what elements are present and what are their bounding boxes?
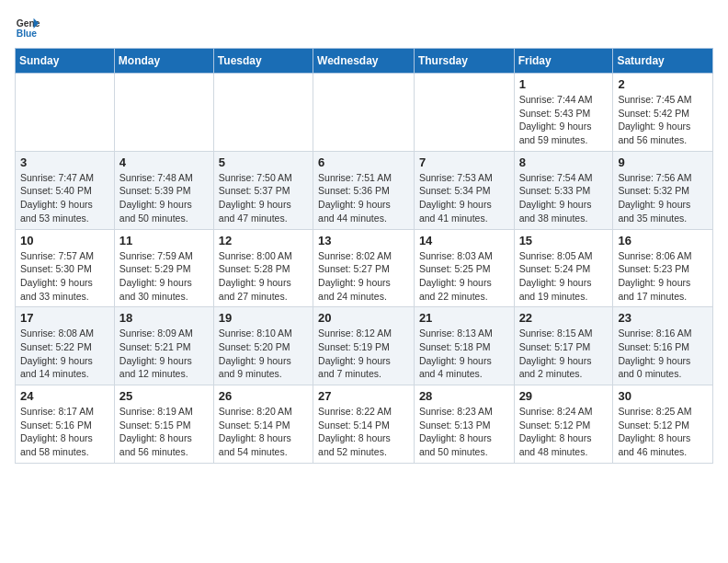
week-row-5: 24Sunrise: 8:17 AMSunset: 5:16 PMDayligh… (16, 385, 713, 464)
day-number: 17 (20, 311, 109, 325)
day-number: 27 (318, 389, 409, 403)
day-number: 28 (419, 389, 509, 403)
day-cell-5: 5Sunrise: 7:50 AMSunset: 5:37 PMDaylight… (213, 151, 313, 229)
day-info: Sunrise: 7:44 AMSunset: 5:43 PMDaylight:… (519, 93, 609, 147)
day-cell-6: 6Sunrise: 7:51 AMSunset: 5:36 PMDaylight… (313, 151, 415, 229)
day-cell-3: 3Sunrise: 7:47 AMSunset: 5:40 PMDaylight… (16, 151, 115, 229)
day-header-thursday: Thursday (414, 49, 514, 74)
week-row-4: 17Sunrise: 8:08 AMSunset: 5:22 PMDayligh… (16, 307, 713, 385)
day-info: Sunrise: 8:09 AMSunset: 5:21 PMDaylight:… (119, 327, 209, 381)
day-number: 16 (618, 234, 708, 247)
day-info: Sunrise: 8:10 AMSunset: 5:20 PMDaylight:… (219, 327, 308, 381)
day-info: Sunrise: 8:06 AMSunset: 5:23 PMDaylight:… (618, 249, 708, 304)
day-info: Sunrise: 7:53 AMSunset: 5:34 PMDaylight:… (419, 171, 509, 225)
day-number: 12 (219, 234, 308, 247)
day-info: Sunrise: 8:16 AMSunset: 5:16 PMDaylight:… (618, 327, 708, 381)
day-cell-7: 7Sunrise: 7:53 AMSunset: 5:34 PMDaylight… (414, 151, 514, 229)
day-number: 7 (419, 155, 509, 169)
week-row-1: 1Sunrise: 7:44 AMSunset: 5:43 PMDaylight… (16, 74, 713, 152)
day-info: Sunrise: 8:05 AMSunset: 5:24 PMDaylight:… (519, 249, 609, 304)
day-cell-20: 20Sunrise: 8:12 AMSunset: 5:19 PMDayligh… (313, 307, 415, 385)
day-info: Sunrise: 8:02 AMSunset: 5:27 PMDaylight:… (318, 249, 409, 304)
day-number: 3 (20, 155, 109, 169)
day-cell-13: 13Sunrise: 8:02 AMSunset: 5:27 PMDayligh… (313, 229, 415, 307)
day-cell-30: 30Sunrise: 8:25 AMSunset: 5:12 PMDayligh… (613, 385, 713, 464)
day-number: 2 (618, 77, 708, 91)
empty-cell (213, 74, 313, 152)
day-cell-22: 22Sunrise: 8:15 AMSunset: 5:17 PMDayligh… (514, 307, 613, 385)
day-info: Sunrise: 7:47 AMSunset: 5:40 PMDaylight:… (20, 171, 109, 225)
day-info: Sunrise: 8:03 AMSunset: 5:25 PMDaylight:… (419, 249, 509, 304)
page-header: General Blue (15, 15, 713, 40)
day-number: 29 (519, 389, 609, 403)
day-cell-17: 17Sunrise: 8:08 AMSunset: 5:22 PMDayligh… (16, 307, 115, 385)
empty-cell (313, 74, 415, 152)
day-info: Sunrise: 7:45 AMSunset: 5:42 PMDaylight:… (618, 93, 708, 147)
day-info: Sunrise: 8:19 AMSunset: 5:15 PMDaylight:… (119, 405, 209, 459)
day-info: Sunrise: 8:22 AMSunset: 5:14 PMDaylight:… (318, 405, 409, 459)
day-number: 26 (219, 389, 308, 403)
day-cell-1: 1Sunrise: 7:44 AMSunset: 5:43 PMDaylight… (514, 74, 613, 152)
day-info: Sunrise: 8:13 AMSunset: 5:18 PMDaylight:… (419, 327, 509, 381)
day-number: 10 (20, 234, 109, 247)
day-number: 9 (618, 155, 708, 169)
day-header-sunday: Sunday (16, 49, 115, 74)
day-number: 23 (618, 311, 708, 325)
day-header-saturday: Saturday (613, 49, 713, 74)
day-cell-8: 8Sunrise: 7:54 AMSunset: 5:33 PMDaylight… (514, 151, 613, 229)
day-header-tuesday: Tuesday (213, 49, 313, 74)
day-cell-23: 23Sunrise: 8:16 AMSunset: 5:16 PMDayligh… (613, 307, 713, 385)
day-number: 14 (419, 234, 509, 247)
day-number: 1 (519, 77, 609, 91)
day-info: Sunrise: 7:57 AMSunset: 5:30 PMDaylight:… (20, 249, 109, 304)
day-info: Sunrise: 7:48 AMSunset: 5:39 PMDaylight:… (119, 171, 209, 225)
calendar-table: SundayMondayTuesdayWednesdayThursdayFrid… (15, 48, 713, 464)
day-number: 5 (219, 155, 308, 169)
day-info: Sunrise: 7:54 AMSunset: 5:33 PMDaylight:… (519, 171, 609, 225)
day-cell-16: 16Sunrise: 8:06 AMSunset: 5:23 PMDayligh… (613, 229, 713, 307)
day-cell-19: 19Sunrise: 8:10 AMSunset: 5:20 PMDayligh… (213, 307, 313, 385)
day-cell-27: 27Sunrise: 8:22 AMSunset: 5:14 PMDayligh… (313, 385, 415, 464)
day-number: 24 (20, 389, 109, 403)
day-info: Sunrise: 8:17 AMSunset: 5:16 PMDaylight:… (20, 405, 109, 459)
day-header-monday: Monday (114, 49, 213, 74)
day-info: Sunrise: 8:25 AMSunset: 5:12 PMDaylight:… (618, 405, 708, 459)
day-info: Sunrise: 7:51 AMSunset: 5:36 PMDaylight:… (318, 171, 409, 225)
day-cell-25: 25Sunrise: 8:19 AMSunset: 5:15 PMDayligh… (114, 385, 213, 464)
logo: General Blue (15, 15, 40, 40)
day-info: Sunrise: 7:56 AMSunset: 5:32 PMDaylight:… (618, 171, 708, 225)
day-number: 6 (318, 155, 409, 169)
day-number: 13 (318, 234, 409, 247)
svg-text:Blue: Blue (17, 29, 38, 39)
calendar-header-row: SundayMondayTuesdayWednesdayThursdayFrid… (16, 49, 713, 74)
day-cell-18: 18Sunrise: 8:09 AMSunset: 5:21 PMDayligh… (114, 307, 213, 385)
day-number: 11 (119, 234, 209, 247)
day-cell-28: 28Sunrise: 8:23 AMSunset: 5:13 PMDayligh… (414, 385, 514, 464)
day-number: 22 (519, 311, 609, 325)
day-cell-29: 29Sunrise: 8:24 AMSunset: 5:12 PMDayligh… (514, 385, 613, 464)
day-number: 21 (419, 311, 509, 325)
day-info: Sunrise: 8:24 AMSunset: 5:12 PMDaylight:… (519, 405, 609, 459)
day-number: 15 (519, 234, 609, 247)
empty-cell (16, 74, 115, 152)
day-number: 20 (318, 311, 409, 325)
day-cell-26: 26Sunrise: 8:20 AMSunset: 5:14 PMDayligh… (213, 385, 313, 464)
day-info: Sunrise: 8:12 AMSunset: 5:19 PMDaylight:… (318, 327, 409, 381)
day-number: 8 (519, 155, 609, 169)
day-number: 25 (119, 389, 209, 403)
day-cell-9: 9Sunrise: 7:56 AMSunset: 5:32 PMDaylight… (613, 151, 713, 229)
day-number: 18 (119, 311, 209, 325)
empty-cell (414, 74, 514, 152)
day-info: Sunrise: 7:50 AMSunset: 5:37 PMDaylight:… (219, 171, 308, 225)
day-cell-4: 4Sunrise: 7:48 AMSunset: 5:39 PMDaylight… (114, 151, 213, 229)
day-number: 19 (219, 311, 308, 325)
day-cell-14: 14Sunrise: 8:03 AMSunset: 5:25 PMDayligh… (414, 229, 514, 307)
day-info: Sunrise: 8:08 AMSunset: 5:22 PMDaylight:… (20, 327, 109, 381)
day-info: Sunrise: 8:15 AMSunset: 5:17 PMDaylight:… (519, 327, 609, 381)
day-cell-2: 2Sunrise: 7:45 AMSunset: 5:42 PMDaylight… (613, 74, 713, 152)
day-cell-15: 15Sunrise: 8:05 AMSunset: 5:24 PMDayligh… (514, 229, 613, 307)
logo-icon: General Blue (15, 15, 40, 40)
day-cell-24: 24Sunrise: 8:17 AMSunset: 5:16 PMDayligh… (16, 385, 115, 464)
day-header-friday: Friday (514, 49, 613, 74)
day-cell-21: 21Sunrise: 8:13 AMSunset: 5:18 PMDayligh… (414, 307, 514, 385)
